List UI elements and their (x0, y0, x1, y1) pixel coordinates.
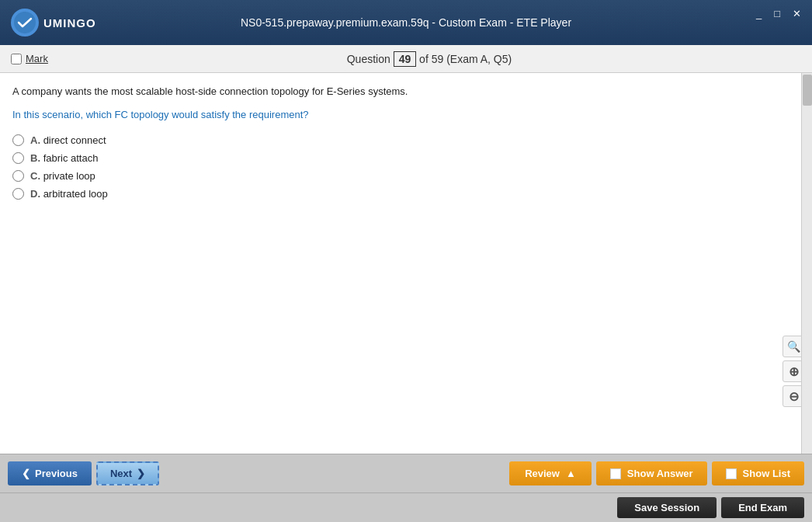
next-button[interactable]: Next ❯ (96, 461, 159, 485)
review-button[interactable]: Review ▲ (509, 461, 592, 485)
question-label: Question (347, 53, 390, 65)
question-num-area: Question 49 of 59 (Exam A, Q5) (57, 51, 801, 67)
scroll-thumb[interactable] (803, 75, 812, 106)
window-controls: _ □ ✕ (751, 6, 806, 21)
option-c[interactable]: C. private loop (12, 170, 800, 182)
logo-text: UMINGO (43, 16, 96, 30)
previous-button[interactable]: ❮ Previous (8, 461, 92, 485)
option-a[interactable]: A. direct connect (12, 134, 800, 146)
option-d[interactable]: D. arbitrated loop (12, 188, 800, 200)
scrollbar[interactable] (801, 73, 812, 454)
show-list-checkbox (726, 468, 737, 479)
save-session-button[interactable]: Save Session (617, 497, 717, 518)
show-answer-button[interactable]: Show Answer (596, 461, 707, 485)
end-exam-button[interactable]: End Exam (721, 497, 804, 518)
window-title: NS0-515.prepaway.premium.exam.59q - Cust… (241, 16, 571, 29)
chevron-left-icon: ❮ (22, 468, 30, 479)
option-b-label: B. fabric attach (30, 152, 98, 164)
minimize-button[interactable]: _ (751, 6, 766, 21)
option-c-label: C. private loop (30, 170, 95, 182)
option-b[interactable]: B. fabric attach (12, 152, 800, 164)
mark-checkbox-input[interactable] (11, 54, 22, 64)
logo: UMINGO (11, 9, 96, 37)
radio-c[interactable] (12, 170, 24, 182)
option-a-label: A. direct connect (30, 134, 106, 146)
question-total: of 59 (Exam A, Q5) (419, 53, 512, 65)
content-area: A company wants the most scalable host-s… (0, 73, 812, 454)
options-list: A. direct connect B. fabric attach C. pr… (12, 134, 800, 200)
question-header: Mark Question 49 of 59 (Exam A, Q5) (0, 45, 812, 73)
mark-checkbox[interactable]: Mark (11, 53, 48, 64)
chevron-right-icon: ❯ (137, 468, 145, 479)
question-number: 49 (394, 51, 417, 67)
restore-button[interactable]: □ (769, 6, 785, 21)
option-d-label: D. arbitrated loop (30, 188, 108, 200)
title-bar: UMINGO NS0-515.prepaway.premium.exam.59q… (0, 0, 812, 45)
show-answer-checkbox (610, 468, 621, 479)
svg-point-0 (14, 12, 36, 33)
radio-d[interactable] (12, 188, 24, 200)
bottom-nav-bar: ❮ Previous Next ❯ Review ▲ Show Answer S… (0, 454, 812, 492)
logo-icon (11, 9, 39, 37)
radio-a[interactable] (12, 134, 24, 146)
radio-b[interactable] (12, 152, 24, 164)
close-button[interactable]: ✕ (788, 6, 806, 21)
question-text-1: A company wants the most scalable host-s… (12, 84, 800, 99)
mark-label[interactable]: Mark (26, 53, 48, 64)
bottom-action-bar: Save Session End Exam (0, 492, 812, 522)
show-list-button[interactable]: Show List (712, 461, 804, 485)
chevron-up-icon: ▲ (566, 468, 576, 479)
question-text-2: In this scenario, which FC topology woul… (12, 107, 800, 123)
